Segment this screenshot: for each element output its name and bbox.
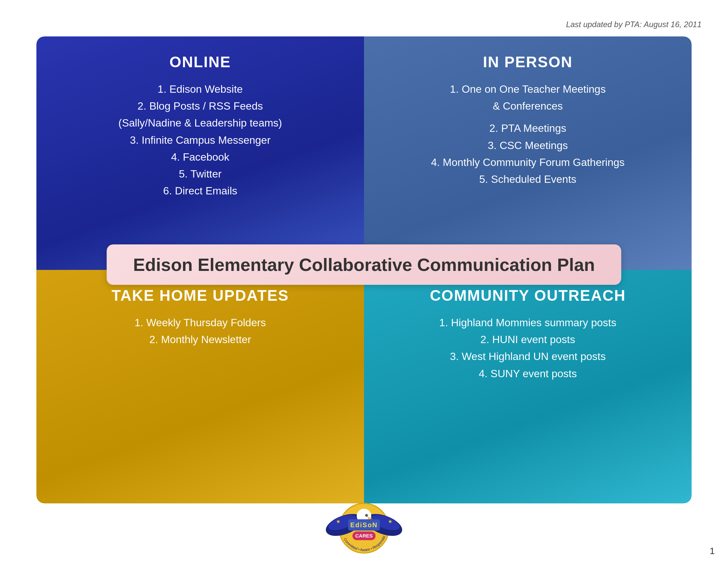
inperson-item-1b: & Conferences xyxy=(431,98,624,115)
takehome-content: 1. Weekly Thursday Folders 2. Monthly Ne… xyxy=(134,314,266,348)
quadrant-inperson: IN PERSON 1. One on One Teacher Meetings… xyxy=(364,36,692,270)
community-title: COMMUNITY OUTREACH xyxy=(430,287,626,305)
community-item-1: 1. Highland Mommies summary posts xyxy=(439,314,616,331)
inperson-item-1: 1. One on One Teacher Meetings xyxy=(431,81,624,98)
online-item-3: 3. Infinite Campus Messenger xyxy=(118,132,282,149)
svg-point-9 xyxy=(367,515,368,516)
inperson-item-2: 2. PTA Meetings xyxy=(431,120,624,137)
quadrant-takehome: TAKE HOME UPDATES 1. Weekly Thursday Fol… xyxy=(36,270,364,503)
logo-area: EdiSoN CARES Committed • Aware • Respons… xyxy=(321,490,407,556)
center-banner-title: Edison Elementary Collaborative Communic… xyxy=(133,254,595,275)
page-number: 1 xyxy=(709,546,715,556)
community-item-3: 3. West Highland UN event posts xyxy=(439,348,616,365)
online-content: 1. Edison Website 2. Blog Posts / RSS Fe… xyxy=(118,81,282,199)
online-item-2: 2. Blog Posts / RSS Feeds xyxy=(118,98,282,115)
takehome-item-1: 1. Weekly Thursday Folders xyxy=(134,314,266,331)
quadrant-community: COMMUNITY OUTREACH 1. Highland Mommies s… xyxy=(364,270,692,503)
online-title: ONLINE xyxy=(169,53,231,71)
edison-logo: EdiSoN CARES Committed • Aware • Respons… xyxy=(324,490,404,556)
community-item-2: 2. HUNI event posts xyxy=(439,331,616,348)
center-banner: Edison Elementary Collaborative Communic… xyxy=(107,244,621,285)
quadrant-online: ONLINE 1. Edison Website 2. Blog Posts /… xyxy=(36,36,364,270)
svg-text:CARES: CARES xyxy=(355,533,373,539)
online-item-1: 1. Edison Website xyxy=(118,81,282,98)
svg-text:★: ★ xyxy=(336,519,341,524)
inperson-item-4: 4. Monthly Community Forum Gatherings xyxy=(431,154,624,171)
last-updated-label: Last updated by PTA: August 16, 2011 xyxy=(566,20,702,29)
svg-text:EdiSoN: EdiSoN xyxy=(350,521,378,529)
online-item-5: 5. Twitter xyxy=(118,165,282,182)
takehome-item-2: 2. Monthly Newsletter xyxy=(134,331,266,348)
community-content: 1. Highland Mommies summary posts 2. HUN… xyxy=(439,314,616,382)
inperson-item-5: 5. Scheduled Events xyxy=(431,171,624,188)
online-item-4: 4. Facebook xyxy=(118,149,282,165)
svg-text:★: ★ xyxy=(388,519,392,524)
inperson-content: 1. One on One Teacher Meetings & Confere… xyxy=(431,81,624,188)
inperson-item-3: 3. CSC Meetings xyxy=(431,137,624,154)
takehome-title: TAKE HOME UPDATES xyxy=(112,287,289,305)
inperson-title: IN PERSON xyxy=(483,53,572,71)
online-item-2b: (Sally/Nadine & Leadership teams) xyxy=(118,115,282,131)
online-item-6: 6. Direct Emails xyxy=(118,182,282,199)
community-item-4: 4. SUNY event posts xyxy=(439,365,616,382)
